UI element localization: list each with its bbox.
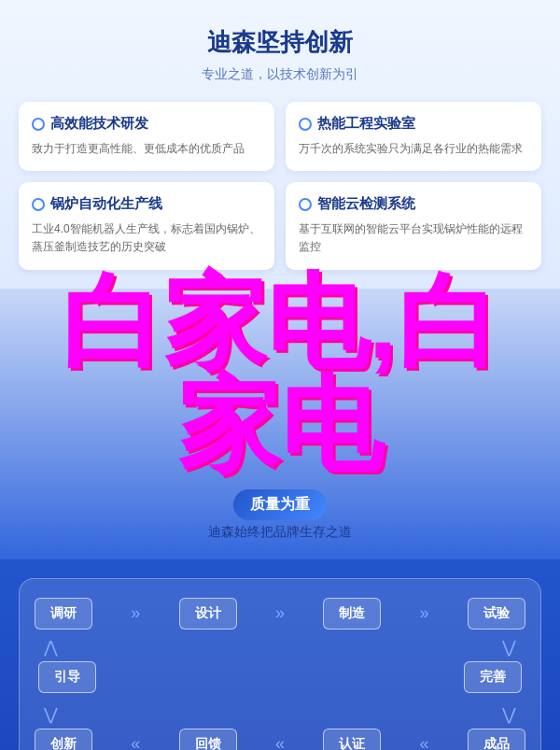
arrow-col-right2: ⋁: [502, 704, 516, 725]
card-3-dot: [32, 198, 45, 211]
card-4-dot: [299, 198, 312, 211]
main-title: 迪森坚持创新: [19, 26, 541, 59]
node-research: 调研: [35, 598, 92, 630]
card-1-text: 致力于打造更高性能、更低成本的优质产品: [32, 140, 261, 158]
node-product: 成品: [468, 729, 525, 750]
arrow-down-left: ⋀: [44, 637, 58, 658]
bottom-section: 调研 » 设计 » 制造 » 试验 ⋀ ⋁ 引导 完善: [0, 559, 560, 750]
card-4-text: 基于互联网的智能云平台实现锅炉性能的远程监控: [299, 220, 528, 256]
top-section: 迪森坚持创新 专业之道，以技术创新为引 高效能技术研发 致力于打造更高性能、更低…: [0, 0, 560, 289]
arrow-6: «: [420, 734, 429, 750]
arrow-down-right2: ⋁: [502, 704, 516, 725]
arrow-2: »: [275, 603, 285, 623]
arrow-col-left: ⋀: [44, 637, 58, 658]
arrow-col-left2: ⋁: [44, 704, 58, 725]
process-row-3: 创新 « 回馈 « 认证 « 成品: [35, 729, 525, 750]
middle-section: 质量为重 迪森始终把品牌生存之道: [0, 289, 560, 559]
card-3-title: 锅炉自动化生产线: [50, 195, 162, 213]
node-innovate: 创新: [35, 729, 92, 750]
arrow-col-right: ⋁: [502, 637, 516, 658]
arrow-down-left2: ⋁: [44, 704, 58, 725]
card-2-text: 万千次的系统实验只为满足各行业的热能需求: [299, 140, 528, 158]
arrow-down-right: ⋁: [502, 637, 516, 658]
process-row-2: 引导 完善: [35, 661, 525, 693]
arrow-5: «: [275, 734, 285, 750]
node-certify: 认证: [323, 729, 381, 750]
card-2: 热能工程实验室 万千次的系统实验只为满足各行业的热能需求: [286, 102, 541, 171]
page-wrapper: 迪森坚持创新 专业之道，以技术创新为引 高效能技术研发 致力于打造更高性能、更低…: [0, 0, 560, 750]
arrow-1: »: [131, 603, 140, 623]
card-2-dot: [299, 118, 312, 131]
quality-badge: 质量为重: [233, 489, 327, 520]
cards-grid: 高效能技术研发 致力于打造更高性能、更低成本的优质产品 热能工程实验室 万千次的…: [19, 102, 541, 270]
card-4: 智能云检测系统 基于互联网的智能云平台实现锅炉性能的远程监控: [286, 182, 541, 269]
card-1: 高效能技术研发 致力于打造更高性能、更低成本的优质产品: [19, 102, 274, 171]
quality-text: 迪森始终把品牌生存之道: [19, 524, 541, 541]
quality-row: 质量为重: [19, 489, 541, 520]
node-test: 试验: [468, 598, 525, 630]
arrow-3: »: [420, 603, 429, 623]
node-feedback: 回馈: [179, 729, 237, 750]
node-design: 设计: [179, 598, 237, 630]
process-container: 调研 » 设计 » 制造 » 试验 ⋀ ⋁ 引导 完善: [19, 578, 541, 750]
card-1-title: 高效能技术研发: [50, 115, 148, 133]
card-1-dot: [32, 118, 45, 131]
card-2-header: 热能工程实验室: [299, 115, 528, 133]
card-4-header: 智能云检测系统: [299, 195, 528, 213]
card-3-header: 锅炉自动化生产线: [32, 195, 261, 213]
sub-title: 专业之道，以技术创新为引: [19, 66, 541, 83]
card-1-header: 高效能技术研发: [32, 115, 261, 133]
card-3: 锅炉自动化生产线 工业4.0智能机器人生产线，标志着国内锅炉、蒸压釜制造技艺的历…: [19, 182, 274, 269]
node-manufacture: 制造: [323, 598, 381, 630]
card-3-text: 工业4.0智能机器人生产线，标志着国内锅炉、蒸压釜制造技艺的历史突破: [32, 220, 261, 256]
arrow-4: «: [131, 734, 140, 750]
card-4-title: 智能云检测系统: [317, 195, 415, 213]
process-row-1: 调研 » 设计 » 制造 » 试验: [35, 598, 525, 630]
node-improve: 完善: [464, 661, 522, 693]
node-guide: 引导: [38, 661, 96, 693]
card-2-title: 热能工程实验室: [317, 115, 415, 133]
